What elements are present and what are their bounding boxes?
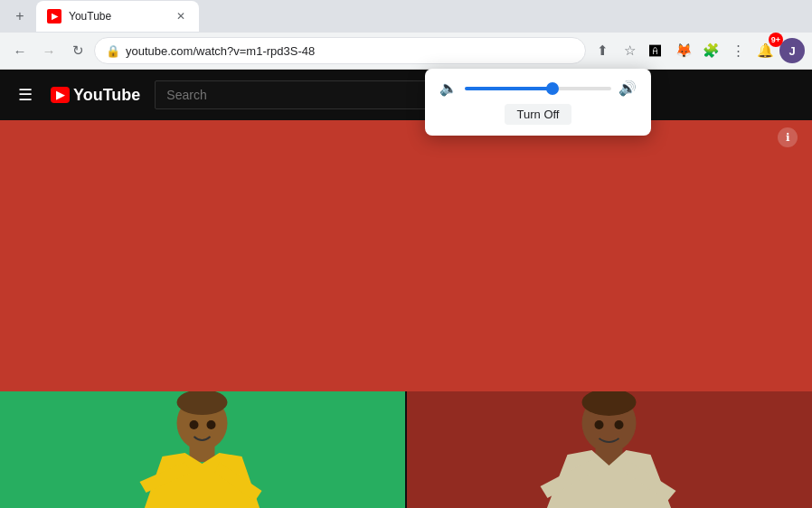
- main-video-panel[interactable]: ℹ: [0, 120, 812, 391]
- url-text: youtube.com/watch?v=m1-rpd3S-48: [126, 44, 574, 58]
- volume-slider-row: 🔈 🔊: [439, 80, 637, 97]
- turn-off-button[interactable]: Turn Off: [505, 104, 572, 125]
- tab-close-button[interactable]: ✕: [174, 9, 188, 24]
- firefox-button[interactable]: 🦊: [671, 38, 696, 63]
- notification-count: 9+: [769, 33, 783, 47]
- profile-button[interactable]: J: [779, 38, 805, 63]
- toolbar: ← → ↻ 🔒 youtube.com/watch?v=m1-rpd3S-48 …: [0, 33, 812, 69]
- svg-point-15: [207, 420, 216, 429]
- toolbar-right: ⬆ ☆ 🅰 🦊 🧩 ⋮ 🔔 9+ J: [590, 38, 805, 63]
- amazon-extension-button[interactable]: 🅰: [644, 38, 669, 63]
- volume-high-icon: 🔊: [618, 80, 637, 97]
- svg-point-21: [615, 420, 624, 429]
- svg-point-20: [595, 420, 604, 429]
- video-content: ℹ: [0, 120, 812, 508]
- tab-favicon: ▶: [47, 9, 61, 24]
- back-button[interactable]: ←: [7, 38, 33, 63]
- new-tab-button[interactable]: +: [7, 4, 33, 29]
- main-video-bg: [0, 120, 812, 391]
- refresh-button[interactable]: ↻: [65, 38, 90, 63]
- notifications-container: 🔔 9+: [752, 38, 778, 63]
- panel-left-svg: [0, 391, 405, 508]
- bookmark-button[interactable]: ☆: [617, 38, 642, 63]
- panel-left[interactable]: [0, 391, 407, 508]
- yt-header: ☰ ▶ YouTube 🔍: [0, 70, 812, 120]
- address-bar[interactable]: 🔒 youtube.com/watch?v=m1-rpd3S-48: [94, 37, 586, 64]
- yt-logo-text: YouTube: [73, 86, 140, 105]
- active-tab[interactable]: ▶ YouTube ✕: [36, 1, 199, 32]
- volume-track[interactable]: [465, 87, 611, 90]
- bottom-panels: [0, 391, 812, 508]
- extensions-button[interactable]: 🧩: [698, 38, 723, 63]
- panel-right-svg: [407, 391, 812, 508]
- amazon-icon: 🅰: [649, 43, 664, 58]
- more-button[interactable]: ⋮: [725, 38, 751, 63]
- yt-logo: ▶ YouTube: [51, 86, 140, 105]
- youtube-page: ☰ ▶ YouTube 🔍: [0, 70, 812, 508]
- volume-thumb[interactable]: [546, 82, 559, 95]
- browser-chrome: + ▶ YouTube ✕ ← → ↻ 🔒 youtube.com/watch?…: [0, 0, 812, 70]
- tab-bar: + ▶ YouTube ✕: [0, 0, 812, 33]
- volume-popup: 🔈 🔊 Turn Off: [425, 69, 651, 136]
- tab-title: YouTube: [69, 10, 166, 23]
- lock-icon: 🔒: [106, 44, 120, 58]
- share-button[interactable]: ⬆: [590, 38, 615, 63]
- yt-menu-button[interactable]: ☰: [14, 81, 36, 108]
- panel-right[interactable]: [407, 391, 812, 508]
- svg-text:🅰: 🅰: [649, 44, 661, 58]
- volume-low-icon: 🔈: [439, 80, 458, 97]
- info-icon[interactable]: ℹ: [778, 127, 798, 147]
- svg-point-14: [190, 420, 199, 429]
- yt-logo-icon: ▶: [51, 87, 70, 103]
- forward-button[interactable]: →: [36, 38, 61, 63]
